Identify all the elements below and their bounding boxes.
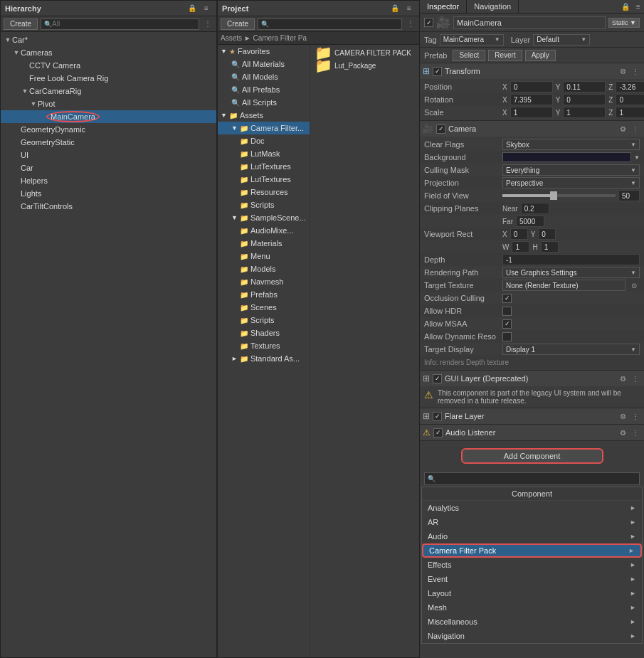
component-item-layout[interactable]: Layout ► — [422, 586, 642, 600]
folder-all-materials[interactable]: 🔍 All Materials — [218, 58, 310, 70]
vr-w-input[interactable] — [512, 241, 529, 253]
folder-standard-assets[interactable]: ► 📁 Standard As... — [218, 352, 310, 365]
tree-item-pivot[interactable]: ▼ Pivot — [1, 97, 216, 110]
flare-layer-expand-btn[interactable]: ⋮ — [630, 410, 641, 422]
hierarchy-create-btn[interactable]: Create — [4, 18, 38, 30]
folder-samplescene[interactable]: ▼ 📁 SampleScene... — [218, 211, 310, 224]
project-lock-btn[interactable]: 🔒 — [389, 3, 401, 14]
project-create-btn[interactable]: Create — [221, 18, 255, 30]
transform-expand-btn[interactable]: ⋮ — [630, 65, 641, 77]
flare-layer-context-btn[interactable]: ⚙ — [617, 410, 628, 422]
audio-listener-expand-btn[interactable]: ⋮ — [630, 427, 641, 438]
allow-msaa-checkbox[interactable] — [502, 319, 512, 329]
folder-doc[interactable]: 📁 Doc — [218, 134, 310, 147]
tag-dropdown[interactable]: MainCamera ▼ — [440, 34, 504, 46]
tab-navigation[interactable]: Navigation — [467, 0, 519, 13]
tree-item-geostatic[interactable]: GeometryStatic — [1, 136, 216, 149]
hierarchy-extra-btn[interactable]: ⋮ — [202, 18, 213, 30]
background-color-swatch[interactable] — [502, 152, 631, 162]
tree-item-ui[interactable]: UI — [1, 149, 216, 161]
folder-all-models[interactable]: 🔍 All Models — [218, 70, 310, 83]
tree-item-cctv[interactable]: CCTV Camera — [1, 59, 216, 72]
tree-item-helpers[interactable]: Helpers — [1, 174, 216, 187]
component-item-analytics[interactable]: Analytics ► — [422, 501, 642, 515]
folder-all-prefabs[interactable]: 🔍 All Prefabs — [218, 83, 310, 96]
inspector-lock-btn[interactable]: 🔒 — [620, 1, 631, 12]
camera-header[interactable]: 🎥 Camera ⚙ ⋮ — [420, 121, 644, 137]
scale-y-input[interactable] — [563, 107, 606, 118]
camera-enabled-checkbox[interactable] — [436, 124, 445, 134]
folder-scripts2[interactable]: 📁 Scripts — [218, 314, 310, 327]
project-extra-btn[interactable]: ⋮ — [405, 18, 416, 30]
occlusion-culling-checkbox[interactable] — [502, 294, 512, 303]
tree-item-cartiltcontrols[interactable]: CarTiltControls — [1, 200, 216, 213]
add-component-btn[interactable]: Add Component — [461, 448, 603, 464]
inspector-menu-btn[interactable]: ≡ — [633, 1, 644, 12]
folder-lutmask[interactable]: 📁 LutMask — [218, 147, 310, 160]
static-badge[interactable]: Static ▼ — [608, 18, 640, 28]
transform-header[interactable]: ⊞ Transform ⚙ ⋮ — [420, 63, 644, 79]
component-search-input[interactable] — [438, 475, 636, 483]
folder-scenes[interactable]: 📁 Scenes — [218, 301, 310, 314]
folder-navmesh[interactable]: 📁 Navmesh — [218, 275, 310, 288]
flare-layer-enabled-checkbox[interactable] — [433, 412, 442, 421]
scale-x-input[interactable] — [510, 107, 553, 118]
object-active-checkbox[interactable] — [424, 18, 433, 27]
hierarchy-lock-btn[interactable]: 🔒 — [186, 3, 198, 14]
folder-luttextures1[interactable]: 📁 LutTextures — [218, 160, 310, 173]
folder-shaders[interactable]: 📁 Shaders — [218, 327, 310, 339]
position-x-input[interactable] — [510, 81, 553, 92]
hierarchy-menu-btn[interactable]: ≡ — [201, 3, 212, 14]
vr-x-input[interactable] — [510, 228, 528, 240]
tree-item-maincamera[interactable]: MainCamera — [1, 110, 216, 123]
gui-layer-header[interactable]: ⊞ GUI Layer (Deprecated) ⚙ ⋮ — [420, 371, 644, 386]
gui-layer-enabled-checkbox[interactable] — [433, 374, 442, 383]
object-name-input[interactable] — [453, 16, 606, 29]
rotation-z-input[interactable] — [616, 94, 644, 105]
camera-expand-btn[interactable]: ⋮ — [630, 123, 641, 134]
projection-dropdown[interactable]: Perspective ▼ — [502, 177, 640, 189]
transform-enabled-checkbox[interactable] — [433, 67, 442, 76]
tree-item-car2[interactable]: Car — [1, 161, 216, 174]
rotation-x-input[interactable] — [510, 94, 553, 105]
hierarchy-search-input[interactable] — [52, 20, 196, 28]
rotation-y-input[interactable] — [563, 94, 606, 105]
tree-item-cameras[interactable]: ▼ Cameras — [1, 46, 216, 59]
position-y-input[interactable] — [563, 81, 606, 92]
tree-item-carcamerarig[interactable]: ▼ CarCameraRig — [1, 85, 216, 97]
file-lut-package[interactable]: 📁 Lut_Package — [312, 59, 418, 72]
target-display-dropdown[interactable]: Display 1 ▼ — [502, 344, 640, 355]
audio-listener-header[interactable]: ⚠ Audio Listener ⚙ ⋮ — [420, 425, 644, 440]
folder-luttextures2[interactable]: 📁 LutTextures — [218, 173, 310, 186]
folder-textures[interactable]: 📁 Textures — [218, 339, 310, 352]
component-item-mesh[interactable]: Mesh ► — [422, 600, 642, 615]
fov-slider[interactable] — [502, 190, 640, 201]
rendering-path-dropdown[interactable]: Use Graphics Settings ▼ — [502, 267, 640, 278]
tree-item-geodynamic[interactable]: GeometryDynamic — [1, 123, 216, 136]
target-texture-dropdown[interactable]: None (Render Texture) — [502, 280, 625, 291]
allow-hdr-checkbox[interactable] — [502, 307, 512, 316]
project-search-input[interactable] — [269, 20, 398, 28]
prefab-revert-btn[interactable]: Revert — [488, 50, 522, 61]
component-item-miscellaneous[interactable]: Miscellaneous ► — [422, 615, 642, 629]
project-menu-btn[interactable]: ≡ — [403, 3, 415, 14]
tree-item-freelook[interactable]: Free Look Camera Rig — [1, 72, 216, 85]
tree-item-lights[interactable]: Lights — [1, 187, 216, 200]
component-item-ar[interactable]: AR ► — [422, 515, 642, 529]
transform-context-btn[interactable]: ⚙ — [617, 65, 628, 77]
far-input[interactable] — [516, 216, 544, 227]
target-texture-pick-btn[interactable]: ⊙ — [628, 280, 640, 291]
folder-resources[interactable]: 📁 Resources — [218, 186, 310, 198]
folder-camera-filter[interactable]: ▼ 📁 Camera Filter... — [218, 122, 310, 134]
component-item-audio[interactable]: Audio ► — [422, 529, 642, 543]
flare-layer-header[interactable]: ⊞ Flare Layer ⚙ ⋮ — [420, 408, 644, 424]
folder-scripts-camera[interactable]: 📁 Scripts — [218, 198, 310, 211]
position-z-input[interactable] — [616, 81, 644, 92]
folder-favorites[interactable]: ▼ ★ Favorites — [218, 45, 310, 58]
tree-item-car[interactable]: ▼ Car* — [1, 33, 216, 46]
prefab-select-btn[interactable]: Select — [453, 50, 485, 61]
component-item-camera-filter-pack[interactable]: Camera Filter Pack ► — [422, 543, 642, 558]
folder-all-scripts[interactable]: 🔍 All Scripts — [218, 96, 310, 109]
component-item-event[interactable]: Event ► — [422, 572, 642, 586]
audio-listener-context-btn[interactable]: ⚙ — [617, 427, 628, 438]
